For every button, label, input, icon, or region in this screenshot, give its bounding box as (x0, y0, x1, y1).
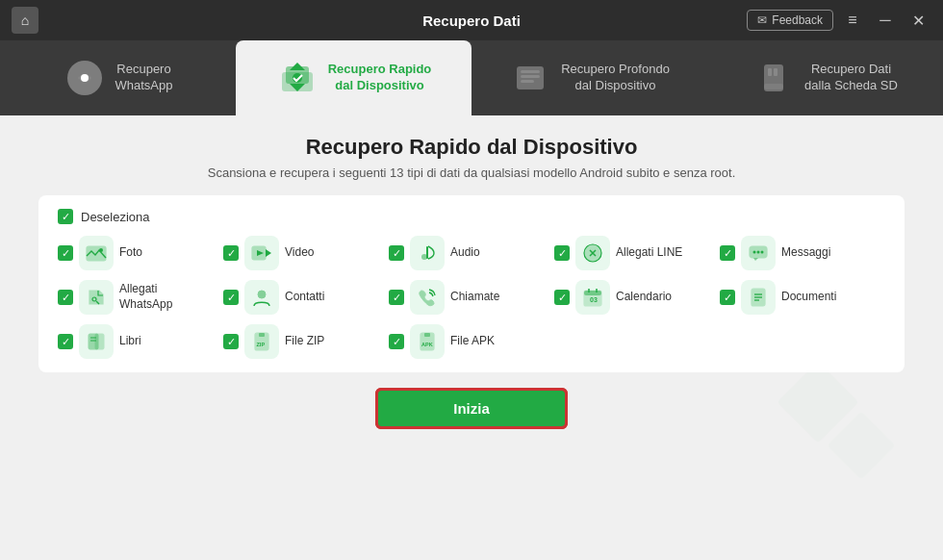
documenti-label: Documenti (781, 290, 836, 305)
svg-rect-13 (774, 68, 777, 76)
messaggi-label: Messaggi (781, 245, 830, 261)
messaggi-checkbox[interactable] (720, 245, 735, 261)
libri-icon (79, 324, 114, 359)
audio-icon (410, 236, 445, 270)
svg-rect-47 (259, 333, 265, 337)
start-button-wrap: Inizia (38, 388, 905, 429)
main-content: Recupero Rapido dal Dispositivo Scansion… (0, 115, 943, 560)
list-item: Foto (58, 236, 223, 270)
file-apk-icon: APK (410, 324, 445, 359)
list-item: Documenti (720, 280, 885, 315)
list-item: Allegati LINE (554, 236, 720, 270)
list-item: Contatti (223, 280, 389, 315)
svg-rect-9 (521, 75, 540, 78)
list-item: Audio (389, 236, 554, 270)
svg-text:ZIP: ZIP (257, 342, 266, 347)
tab-whatsapp-label: RecuperoWhatsApp (115, 62, 173, 94)
start-button[interactable]: Inizia (375, 388, 568, 429)
svg-rect-23 (426, 246, 428, 259)
svg-rect-43 (95, 334, 104, 349)
svg-rect-8 (521, 70, 540, 73)
tab-rapido[interactable]: Recupero Rapidodal Dispositivo (236, 40, 472, 115)
list-item: Libri (58, 324, 223, 359)
audio-label: Audio (450, 245, 480, 261)
chiamate-icon (410, 280, 445, 315)
file-zip-icon: ZIP (244, 324, 279, 359)
close-button[interactable]: ✕ (905, 7, 931, 34)
tab-scheda[interactable]: Recupero Datidalla Scheda SD (707, 40, 943, 115)
list-item: APK File APK (389, 324, 554, 359)
list-item: Video (223, 236, 389, 270)
svg-rect-12 (768, 68, 772, 76)
list-item: AllegatiWhatsApp (58, 280, 223, 315)
file-zip-label: File ZIP (285, 334, 324, 349)
allegati-line-checkbox[interactable] (554, 245, 570, 261)
file-apk-label: File APK (450, 334, 495, 349)
list-item: ZIP File ZIP (223, 324, 389, 359)
foto-icon (79, 236, 114, 270)
feedback-icon: ✉ (757, 13, 767, 27)
svg-rect-50 (424, 333, 430, 337)
allegati-line-label: Allegati LINE (616, 245, 682, 261)
video-checkbox[interactable] (223, 245, 239, 261)
title-bar: ⌂ Recupero Dati ✉ Feedback ≡ ─ ✕ (0, 0, 943, 40)
libri-label: Libri (119, 334, 141, 349)
feedback-label: Feedback (772, 13, 823, 27)
calendario-checkbox[interactable] (554, 290, 570, 305)
tab-profondo-label: Recupero Profondodal Dispositivo (561, 62, 670, 94)
allegati-whatsapp-checkbox[interactable] (58, 290, 73, 305)
tab-whatsapp[interactable]: RecuperoWhatsApp (0, 40, 236, 115)
foto-checkbox[interactable] (58, 245, 73, 261)
svg-point-29 (761, 251, 764, 254)
nav-tabs: RecuperoWhatsApp Recupero Rapidodal Disp… (0, 40, 943, 115)
select-all-row: Deseleziona (58, 209, 885, 224)
documenti-icon (741, 280, 776, 315)
tab-rapido-label: Recupero Rapidodal Dispositivo (328, 62, 432, 94)
list-item: Chiamate (389, 280, 554, 315)
menu-button[interactable]: ≡ (839, 7, 866, 34)
svg-rect-10 (521, 80, 534, 83)
documenti-checkbox[interactable] (720, 290, 735, 305)
svg-text:03: 03 (590, 296, 598, 303)
contatti-label: Contatti (285, 290, 324, 305)
tab-whatsapp-icon (64, 57, 106, 99)
chiamate-checkbox[interactable] (389, 290, 404, 305)
allegati-whatsapp-label: AllegatiWhatsApp (119, 282, 172, 312)
svg-marker-20 (266, 249, 271, 257)
svg-point-32 (258, 291, 266, 298)
svg-rect-34 (584, 291, 601, 295)
file-zip-checkbox[interactable] (223, 334, 239, 349)
app-title: Recupero Dati (422, 13, 521, 29)
contatti-checkbox[interactable] (223, 290, 239, 305)
audio-checkbox[interactable] (389, 245, 404, 261)
contatti-icon (244, 280, 279, 315)
svg-text:APK: APK (421, 342, 433, 347)
tab-rapido-icon (276, 57, 319, 99)
file-apk-checkbox[interactable] (389, 334, 404, 349)
svg-rect-14 (764, 84, 783, 89)
svg-point-28 (757, 251, 760, 254)
allegati-whatsapp-icon (79, 280, 114, 315)
items-box: Deseleziona Foto Video (38, 195, 905, 372)
minimize-button[interactable]: ─ (872, 7, 899, 34)
tab-profondo-icon (509, 57, 551, 99)
feedback-button[interactable]: ✉ Feedback (747, 10, 833, 31)
svg-point-18 (99, 248, 103, 252)
select-all-label: Deseleziona (81, 210, 150, 224)
video-label: Video (285, 245, 314, 261)
allegati-line-icon (575, 236, 610, 270)
video-icon (244, 236, 279, 270)
libri-checkbox[interactable] (58, 334, 73, 349)
tab-scheda-icon (752, 57, 795, 99)
title-bar-right: ✉ Feedback ≡ ─ ✕ (747, 7, 931, 34)
tab-profondo[interactable]: Recupero Profondodal Dispositivo (472, 40, 707, 115)
foto-label: Foto (119, 245, 142, 261)
messaggi-icon (741, 236, 776, 270)
select-all-checkbox[interactable] (58, 209, 73, 224)
home-button[interactable]: ⌂ (12, 7, 38, 34)
tab-scheda-label: Recupero Datidalla Scheda SD (804, 62, 898, 94)
page-title: Recupero Rapido dal Dispositivo (38, 135, 905, 160)
calendario-icon: 03 (575, 280, 610, 315)
page-subtitle: Scansiona e recupera i seguenti 13 tipi … (38, 165, 905, 180)
list-item: 03 Calendario (554, 280, 720, 315)
